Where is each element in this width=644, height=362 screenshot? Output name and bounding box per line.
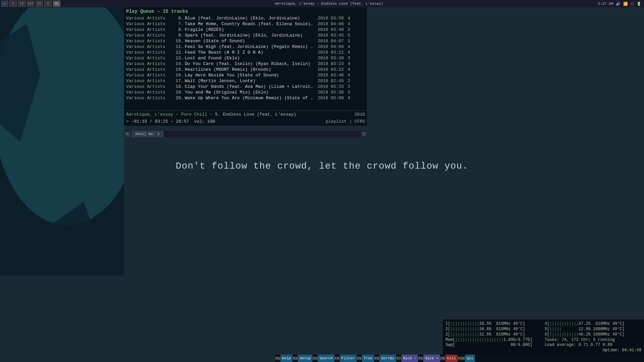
fn-f10[interactable]: F10Qui — [458, 355, 475, 362]
track-artist: Various Artists — [126, 56, 175, 61]
track-year: 2018 — [316, 33, 331, 38]
fn-f1[interactable]: F1Help — [275, 355, 292, 362]
track-year: 2018 — [316, 16, 331, 21]
cpu-row-1: 1[||||||||||||39.5% 816MHz 49°C] — [445, 321, 542, 326]
fn-f5[interactable]: F5Tree — [357, 355, 374, 362]
track-rating: 3 — [344, 84, 350, 89]
track-year: 2018 — [316, 73, 331, 78]
track-year: 2018 — [316, 44, 331, 49]
track-num: 8. — [175, 27, 185, 32]
now-playing-bar: Aérotique, L'essay – Pure Chill – 5. End… — [124, 110, 367, 118]
track-title: Do You Care (feat. Iselin) (Ryan Riback,… — [185, 61, 316, 66]
track-year: 2018 — [316, 90, 331, 95]
bluetooth-icon: ⬡ — [631, 2, 634, 6]
track-artist: Various Artists — [126, 78, 175, 83]
track-num: 19. — [175, 90, 185, 95]
track-year: 2018 — [316, 61, 331, 66]
track-num: 6. — [175, 16, 185, 21]
track-row: Various Artists 20. Wake Up Where You Ar… — [126, 95, 365, 101]
taskbar-right: 3:27 AM 🔊 📶 ⬡ 🔋 — [598, 2, 644, 6]
track-row: Various Artists 12. Feed The Beast (A R … — [126, 50, 365, 55]
track-title: Fragile (ROZES) — [185, 27, 316, 32]
track-title: Feed The Beast (A R I Z O N A) — [185, 50, 316, 55]
fn-f3[interactable]: F3Search — [312, 355, 334, 362]
track-rating: 4 — [344, 21, 350, 26]
track-row: Various Artists 17. Wait (Martin Jensen,… — [126, 78, 365, 84]
volume-icon: 🔊 — [616, 2, 621, 6]
track-duration: 04:08 — [331, 44, 344, 49]
track-row: Various Artists 8. Fragile (ROZES) 2018 … — [126, 27, 365, 33]
cpu-row-2: 2[||||||||||||36.8% 816MHz 49°C] — [445, 327, 542, 331]
track-num: 13. — [175, 56, 185, 61]
track-artist: Various Artists — [126, 27, 175, 32]
swap-row: Swp[ 0K/4.00G] — [445, 343, 542, 347]
workspace-6[interactable]: VL — [53, 1, 60, 7]
track-duration: 03:45 — [331, 33, 344, 38]
shell-tab-icon[interactable]: ⊞ — [125, 131, 130, 137]
track-row: Various Artists 6. Blue (feat. JordinLai… — [126, 15, 365, 21]
battery-icon: 🔋 — [637, 2, 641, 6]
track-title: Lost and Found (Eklo) — [185, 56, 316, 61]
track-duration: 03:00 — [331, 96, 344, 101]
fn-f7[interactable]: F7Nice - — [396, 355, 418, 362]
fn-f2[interactable]: F2Setup — [292, 355, 312, 362]
function-bar: F1Help F2Setup F3Search F4Filter F5Tree … — [275, 355, 644, 362]
track-duration: 04:06 — [331, 21, 344, 26]
track-rating: 4 — [344, 61, 350, 66]
workspace-1[interactable]: I — [9, 1, 17, 7]
fn-f8[interactable]: F8Nice + — [418, 355, 440, 362]
track-title: Spark (feat. JordinLaine) (Eklo, JordinL… — [185, 33, 316, 38]
workspace-5[interactable]: V — [44, 1, 52, 7]
now-playing-progress: > -01:33 / 03:25 – 28:57 vol: 100 playli… — [124, 118, 367, 126]
track-title: Take Me Home, Country Roads (feat. Ellen… — [185, 21, 316, 26]
track-duration: 03:21 — [331, 50, 344, 55]
fn-f9[interactable]: F9Kill — [440, 355, 458, 362]
track-duration: 03:46 — [331, 73, 344, 78]
track-rating: 4 — [344, 73, 350, 78]
uptime-row: Uptime: 04:41:49 — [445, 348, 641, 353]
track-duration: 03:58 — [331, 16, 344, 21]
now-playing-info: Aérotique, L'essay – Pure Chill – 5. End… — [126, 112, 296, 117]
track-artist: Various Artists — [126, 67, 175, 72]
track-title: Wake Up Where You Are (Minimum Remix) (S… — [185, 96, 316, 101]
playback-prompt: > -01:33 / 03:25 – 28:57 vol: 100 — [126, 119, 215, 124]
fn-f6[interactable]: F6SortBy — [374, 355, 396, 362]
system-monitor: 1[||||||||||||39.5% 816MHz 49°C] 4[|||||… — [443, 319, 644, 355]
track-list: Various Artists 6. Blue (feat. JordinLai… — [124, 15, 367, 101]
shell-tab[interactable]: Shell No. 2 — [131, 131, 163, 137]
network-icon: 📶 — [623, 2, 628, 6]
track-artist: Various Artists — [126, 39, 175, 44]
track-year: 2018 — [316, 21, 331, 26]
track-title: Clap Your Hands (feat. Ava Max) (Lliam +… — [185, 84, 316, 89]
track-artist: Various Artists — [126, 61, 175, 66]
shell-tab-bar: ⊞ Shell No. 2 □ — [124, 130, 367, 137]
track-year: 2018 — [316, 78, 331, 83]
fn-f4[interactable]: F4Filter — [334, 355, 357, 362]
mem-grid: Mem[||||||||||||||||||||1.69G/3.77G] Tas… — [445, 338, 641, 347]
track-duration: 05:33 — [331, 84, 344, 89]
svg-rect-0 — [0, 7, 124, 276]
track-artist: Various Artists — [126, 16, 175, 21]
cpu-grid: 1[||||||||||||39.5% 816MHz 49°C] 4[|||||… — [445, 321, 641, 337]
tasks-row: Tasks: 74, 172 thr; 5 running — [545, 338, 641, 342]
track-rating: 5 — [344, 33, 350, 38]
track-row: Various Artists 19. You and Me (Original… — [126, 89, 365, 95]
taskbar-time: 3:27 AM — [598, 2, 613, 6]
now-playing-year: 2018 — [355, 112, 365, 117]
track-duration: 03:23 — [331, 61, 344, 66]
workspace-2[interactable]: II — [18, 1, 25, 7]
app-icon[interactable]: ⊞ — [1, 1, 8, 7]
track-num: 12. — [175, 50, 185, 55]
shell-tab-close-button[interactable]: □ — [362, 132, 366, 136]
workspace-3[interactable]: III — [27, 1, 34, 7]
track-rating: 4 — [344, 44, 350, 49]
track-row: Various Artists 7. Take Me Home, Country… — [126, 21, 365, 27]
track-num: 10. — [175, 39, 185, 44]
track-row: Various Artists 10. Heaven (State of Sou… — [126, 38, 365, 44]
background-decoration — [0, 7, 124, 276]
track-artist: Various Artists — [126, 90, 175, 95]
track-row: Various Artists 13. Lost and Found (Eklo… — [126, 55, 365, 61]
track-num: 20. — [175, 96, 185, 101]
music-player-panel: Play Queue – 15 tracks Various Artists 6… — [124, 7, 367, 126]
workspace-4[interactable]: IV — [36, 1, 43, 7]
